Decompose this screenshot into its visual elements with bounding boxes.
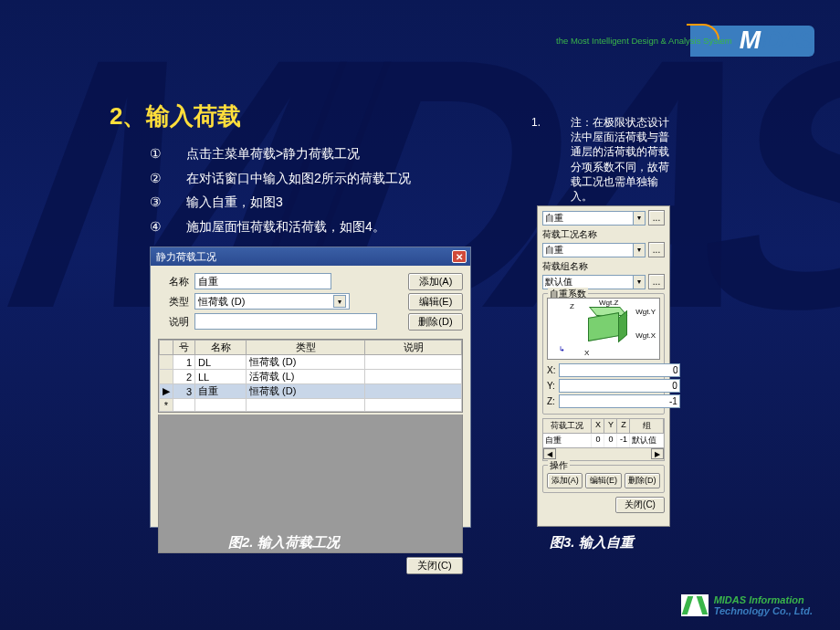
dialog-footer: 关闭(C) [151, 553, 470, 578]
form-fields: 名称 类型 恒荷载 (D) ▾ 说明 [158, 273, 403, 333]
y-input[interactable] [559, 379, 680, 393]
factor-y-row: Y: [547, 379, 660, 393]
cube-icon [588, 312, 619, 341]
lr-case: 自重 [543, 434, 592, 447]
cell-desc [365, 384, 462, 399]
col-blank [160, 341, 173, 355]
x-label: X: [547, 365, 555, 375]
lr-z: -1 [617, 434, 630, 447]
dialog-titlebar[interactable]: 静力荷载工况 ✕ [151, 247, 470, 266]
close-row: 关闭(C) [542, 497, 665, 513]
select-value: 自重 [545, 212, 563, 225]
form-buttons: 添加(A) 编辑(E) 删除(D) [408, 273, 463, 333]
cell-type: 活荷载 (L) [247, 370, 365, 384]
hdr-case: 荷载工况 [543, 419, 592, 433]
factor-z-row: Z: [547, 394, 660, 408]
edit-button[interactable]: 编辑(E) [585, 473, 621, 488]
grid-empty-area [158, 415, 463, 553]
case-value: 自重 [545, 244, 563, 257]
cell-name: 自重 [195, 384, 247, 399]
group-more-button[interactable]: ... [648, 274, 665, 289]
origin-icon: ↳ [559, 345, 565, 353]
ops-legend: 操作 [548, 459, 570, 472]
case-name-label: 荷载工况名称 [542, 228, 665, 241]
ops-buttons: 添加(A) 编辑(E) 删除(D) [547, 473, 660, 488]
lr-y: 0 [604, 434, 617, 447]
cell-desc [365, 370, 462, 384]
form-row: 类型 恒荷载 (D) ▾ [158, 293, 403, 310]
list-row[interactable]: 自重 0 0 -1 默认值 [542, 434, 665, 448]
z-input[interactable] [559, 394, 680, 408]
load-case-dialog: 静力荷载工况 ✕ 名称 类型 恒荷载 (D) ▾ 说明 [150, 247, 471, 528]
group-value: 默认值 [545, 276, 572, 289]
axis-z-label: Z [570, 302, 574, 310]
table-row[interactable]: 1 DL 恒荷载 (D) [160, 355, 462, 370]
add-button[interactable]: 添加(A) [408, 273, 463, 290]
table-row[interactable]: 2 LL 活荷载 (L) [160, 370, 462, 384]
form-row: 名称 [158, 273, 403, 289]
more-button[interactable]: ... [648, 210, 665, 226]
desc-input[interactable] [194, 313, 377, 330]
row-pointer-icon: ▶ [160, 384, 173, 399]
step-text: 在对话窗口中输入如图2所示的荷载工况 [186, 166, 411, 191]
case-more-button[interactable]: ... [648, 242, 665, 257]
axis-wz-label: Wgt.Z [599, 299, 618, 307]
step-marker: ③ [148, 190, 163, 215]
group-label: 荷载组名称 [542, 260, 665, 273]
col-type: 类型 [247, 341, 365, 355]
step-item: ①点击主菜单荷载>静力荷载工况 [148, 142, 486, 166]
lr-g: 默认值 [630, 434, 664, 447]
step-item: ④施加屋面恒荷载和活荷载，如图4。 [148, 215, 486, 239]
col-name: 名称 [195, 341, 247, 355]
slide: MIDAS the Most Intelligent Design & Anal… [0, 0, 840, 630]
delete-button[interactable]: 删除(D) [408, 313, 463, 331]
table-row-new[interactable]: * [160, 399, 462, 412]
footer-line2: Technology Co., Ltd. [714, 605, 813, 617]
cell [247, 399, 365, 412]
type-select[interactable]: 恒荷载 (D) ▾ [194, 293, 350, 310]
section-heading: 2、输入荷载 [110, 100, 241, 132]
name-input[interactable] [194, 273, 331, 289]
cell-name: LL [195, 370, 247, 384]
cell-type: 恒荷载 (D) [247, 355, 365, 370]
tagline: the Most Intelligent Design & Analysis S… [556, 36, 732, 46]
hdr-x: X [592, 419, 604, 433]
table-header: 号 名称 类型 说明 [160, 341, 462, 355]
case-select[interactable]: 自重 ▾ [542, 243, 646, 257]
label-type: 类型 [158, 295, 189, 309]
cube-side-icon [618, 310, 627, 342]
z-label: Z: [547, 396, 555, 406]
edit-button[interactable]: 编辑(E) [408, 293, 463, 310]
cell [195, 399, 247, 412]
step-marker: ① [148, 142, 163, 166]
panel-type-select[interactable]: 自重 ▾ [542, 211, 646, 226]
cell-desc [365, 355, 462, 370]
x-input[interactable] [559, 363, 680, 377]
side-note: 1. 注：在极限状态设计法中屋面活荷载与普通层的活荷载的荷载分项系数不同，故荷载… [531, 115, 674, 204]
load-case-grid[interactable]: 号 名称 类型 说明 1 DL 恒荷载 (D) 2 LL 活荷载 (L) [158, 339, 463, 413]
axis-wy-label: Wgt.Y [635, 308, 656, 316]
lr-x: 0 [592, 434, 604, 447]
table-row-selected[interactable]: ▶ 3 自重 恒荷载 (D) [160, 384, 462, 399]
form-row: 说明 [158, 313, 403, 330]
scroll-left-icon[interactable]: ◀ [543, 448, 556, 459]
hdr-z: Z [617, 419, 630, 433]
hdr-group: 组 [630, 419, 664, 433]
step-text: 点击主菜单荷载>静力荷载工况 [186, 142, 360, 166]
footer-mark-icon [681, 594, 709, 616]
note-text: 注：在极限状态设计法中屋面活荷载与普通层的活荷载的荷载分项系数不同，故荷载工况也… [571, 115, 673, 204]
header: the Most Intelligent Design & Analysis S… [502, 26, 840, 55]
cell-num: 3 [173, 384, 195, 399]
row-ptr [160, 355, 173, 370]
delete-button[interactable]: 删除(D) [625, 473, 660, 488]
close-icon[interactable]: ✕ [452, 250, 467, 263]
row-ptr [160, 370, 173, 384]
close-button[interactable]: 关闭(C) [406, 557, 463, 574]
logo-rest: IDAS [759, 26, 813, 55]
cell-num: 2 [173, 370, 195, 384]
footer-text: MIDAS Information Technology Co., Ltd. [714, 594, 813, 617]
add-button[interactable]: 添加(A) [547, 473, 583, 488]
scroll-right-icon[interactable]: ▶ [651, 448, 664, 459]
footer-line1: MIDAS Information [714, 594, 813, 606]
close-button[interactable]: 关闭(C) [615, 497, 665, 513]
